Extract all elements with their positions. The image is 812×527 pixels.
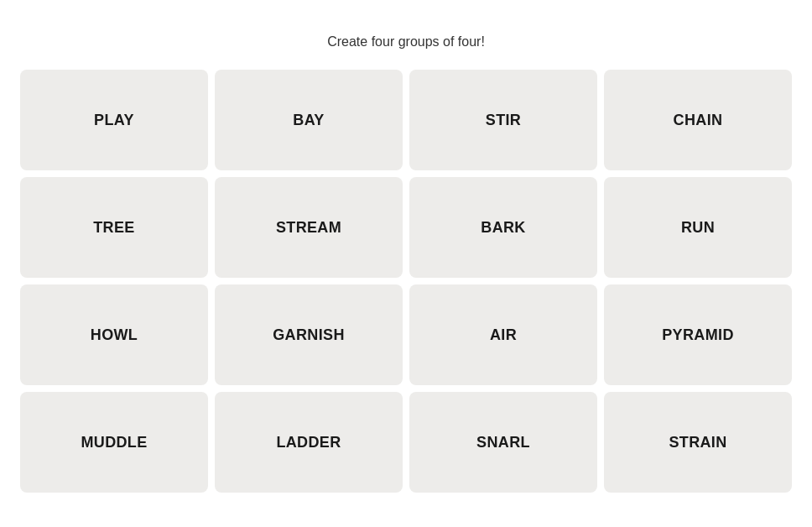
word-card[interactable]: STRAIN [604, 392, 792, 493]
word-label: BARK [481, 219, 525, 237]
word-label: RUN [681, 219, 715, 237]
word-label: GARNISH [273, 326, 345, 344]
word-card[interactable]: HOWL [20, 284, 208, 385]
word-label: CHAIN [674, 112, 723, 129]
word-card[interactable]: STREAM [215, 177, 403, 278]
word-label: AIR [490, 326, 517, 344]
word-grid: PLAYBAYSTIRCHAINTREESTREAMBARKRUNHOWLGAR… [20, 70, 792, 493]
word-card[interactable]: GARNISH [215, 284, 403, 385]
word-card[interactable]: RUN [604, 177, 792, 278]
word-card[interactable]: TREE [20, 177, 208, 278]
word-card[interactable]: BAY [215, 70, 403, 170]
word-label: SNARL [476, 434, 530, 451]
game-container: Create four groups of four! PLAYBAYSTIRC… [3, 18, 809, 509]
word-label: PYRAMID [662, 326, 734, 344]
word-label: MUDDLE [81, 434, 147, 451]
word-label: STREAM [276, 219, 341, 237]
word-card[interactable]: AIR [409, 284, 597, 385]
word-label: HOWL [91, 326, 138, 344]
word-label: PLAY [94, 112, 134, 129]
word-card[interactable]: STIR [409, 70, 597, 170]
word-label: TREE [93, 219, 134, 237]
word-card[interactable]: MUDDLE [20, 392, 208, 493]
word-card[interactable]: BARK [409, 177, 597, 278]
word-label: STRAIN [669, 434, 726, 451]
word-card[interactable]: PLAY [20, 70, 208, 170]
word-label: LADDER [276, 434, 341, 451]
word-card[interactable]: PYRAMID [604, 284, 792, 385]
word-card[interactable]: SNARL [409, 392, 597, 493]
word-card[interactable]: CHAIN [604, 70, 792, 170]
word-card[interactable]: LADDER [215, 392, 403, 493]
word-label: BAY [293, 112, 324, 129]
word-label: STIR [486, 112, 521, 129]
game-subtitle: Create four groups of four! [327, 34, 485, 50]
